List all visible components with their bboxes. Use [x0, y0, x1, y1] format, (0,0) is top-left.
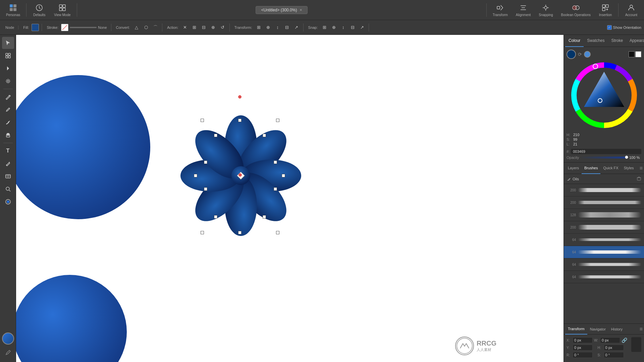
move-tool[interactable] — [2, 62, 14, 74]
brushes-panel-menu[interactable]: ≡ — [640, 165, 643, 171]
selection-handle-mr3[interactable] — [274, 187, 277, 191]
selection-handle-tc[interactable] — [238, 119, 241, 122]
brush-item-4[interactable]: 200 — [564, 221, 644, 234]
tab-swatches[interactable]: Swatches — [584, 35, 608, 47]
toolbar-defaults[interactable]: Defaults — [29, 2, 49, 18]
tab-appearance[interactable]: Appearance — [626, 35, 644, 47]
action-btn-5[interactable]: ↺ — [219, 23, 227, 32]
toolbar-account[interactable]: Account — [621, 2, 641, 18]
toolbar-boolean[interactable]: Boolean Operations — [558, 2, 594, 18]
snap-btn-4[interactable]: ⊟ — [348, 23, 357, 32]
gear-tool[interactable] — [2, 75, 14, 87]
toolbar-personas[interactable]: Personas — [3, 2, 23, 18]
selection-handle-mr2[interactable] — [274, 161, 277, 164]
stroke-slider[interactable] — [70, 27, 97, 28]
action-btn-1[interactable]: ✕ — [181, 23, 189, 32]
selection-handle-tl2[interactable] — [214, 134, 217, 137]
select-tool[interactable] — [2, 37, 14, 49]
w-input[interactable] — [600, 337, 620, 343]
zoom-tool[interactable] — [2, 196, 14, 208]
brush-tool[interactable] — [2, 116, 14, 128]
tab-transform[interactable]: Transform — [565, 324, 587, 335]
orientation-checkbox[interactable]: ✓ — [607, 25, 612, 30]
tab-navigator[interactable]: Navigator — [587, 324, 608, 335]
selection-handle-ml2[interactable] — [204, 161, 207, 164]
brush-item-1[interactable]: 200 — [564, 184, 644, 196]
tab-brushes[interactable]: Brushes — [582, 163, 600, 174]
h-input[interactable] — [604, 345, 624, 351]
transform-btn-4[interactable]: ⊟ — [283, 23, 291, 32]
r-input[interactable] — [573, 352, 593, 358]
selection-handle-tr2[interactable] — [263, 134, 266, 137]
transform-btn-1[interactable]: ⊞ — [255, 23, 263, 32]
stroke-color-box[interactable] — [61, 24, 68, 31]
pen-tool[interactable] — [2, 91, 14, 103]
toolbar-alignment[interactable]: Alignment — [513, 2, 534, 18]
toolbar-insertion[interactable]: Insertion — [595, 2, 615, 18]
node-tool[interactable] — [2, 50, 14, 62]
brush-item-6[interactable]: 64 — [564, 246, 644, 258]
white-square[interactable] — [635, 51, 641, 57]
color-swatch-bottom[interactable] — [2, 333, 14, 345]
black-square[interactable] — [629, 51, 635, 57]
secondary-color-circle[interactable] — [584, 51, 591, 58]
brush-item-2[interactable]: 200 — [564, 196, 644, 209]
tab-history[interactable]: History — [608, 324, 625, 335]
y-input[interactable] — [573, 345, 593, 351]
s-input[interactable] — [604, 352, 624, 358]
action-btn-3[interactable]: ⊟ — [200, 23, 208, 32]
selection-handle-ml[interactable] — [194, 174, 197, 177]
eyedropper-tool[interactable] — [2, 158, 14, 170]
magnify-tool[interactable] — [2, 183, 14, 195]
selection-handle-mr[interactable] — [282, 174, 285, 177]
convert-btn-2[interactable]: ⬡ — [142, 23, 150, 32]
tab-layers[interactable]: Layers — [565, 163, 582, 174]
snap-btn-1[interactable]: ⊞ — [320, 23, 328, 32]
snap-btn-2[interactable]: ⊕ — [330, 23, 338, 32]
tab-styles[interactable]: Styles — [621, 163, 637, 174]
toolbar-transform[interactable]: Transform — [489, 2, 511, 18]
main-color-circle[interactable] — [567, 50, 576, 59]
transform-btn-3[interactable]: ↕ — [274, 23, 282, 32]
convert-btn-1[interactable]: △ — [132, 23, 141, 32]
brush-item-5[interactable]: 64 — [564, 234, 644, 246]
transform-btn-5[interactable]: ↗ — [292, 23, 301, 32]
flower-container[interactable] — [177, 95, 305, 256]
action-btn-2[interactable]: ⊞ — [191, 23, 199, 32]
transform-panel-menu[interactable]: ≡ — [640, 326, 643, 332]
selection-handle-br[interactable] — [276, 231, 279, 234]
brush-delete-btn[interactable] — [637, 176, 641, 182]
fill-tool[interactable] — [2, 129, 14, 141]
selection-handle-tr[interactable] — [276, 119, 279, 122]
selection-handle-bc[interactable] — [238, 231, 241, 234]
x-input[interactable] — [573, 337, 593, 343]
fill-color-box[interactable] — [32, 24, 39, 31]
hex-value[interactable]: 003469 — [571, 149, 641, 154]
toolbar-snapping[interactable]: Snapping — [535, 2, 556, 18]
pencil-tool[interactable] — [2, 104, 14, 116]
type-tool[interactable]: T — [2, 145, 14, 157]
selection-handle-bl2[interactable] — [214, 215, 217, 219]
action-btn-4[interactable]: ⊕ — [209, 23, 217, 32]
brush-item-3[interactable]: 128 — [564, 209, 644, 221]
tab-stroke[interactable]: Stroke — [608, 35, 626, 47]
brush-item-8[interactable]: 64 — [564, 271, 644, 283]
table-tool[interactable] — [2, 170, 14, 182]
opacity-slider[interactable] — [580, 157, 628, 159]
snap-btn-5[interactable]: ↗ — [358, 23, 366, 32]
snap-btn-3[interactable]: ↕ — [339, 23, 347, 32]
transform-btn-2[interactable]: ⊕ — [264, 23, 272, 32]
close-tab-button[interactable]: × — [300, 8, 302, 12]
lock-proportions[interactable]: 🔗 — [622, 338, 627, 343]
selection-handle-tl[interactable] — [201, 119, 204, 122]
selection-handle-center-red[interactable] — [238, 173, 242, 177]
selection-handle-ml3[interactable] — [204, 187, 207, 191]
canvas-area[interactable]: RRCG 人人素材 — [16, 35, 564, 362]
extra-tool[interactable] — [2, 347, 14, 359]
brush-item-7[interactable]: 64 — [564, 258, 644, 271]
show-orientation-toggle[interactable]: ✓ Show Orientation — [607, 25, 641, 30]
tab-quick-fx[interactable]: Quick FX — [600, 163, 621, 174]
convert-btn-3[interactable]: ⌒ — [151, 23, 159, 32]
selection-handle-bl[interactable] — [201, 231, 204, 234]
color-wheel-container[interactable] — [567, 62, 641, 129]
